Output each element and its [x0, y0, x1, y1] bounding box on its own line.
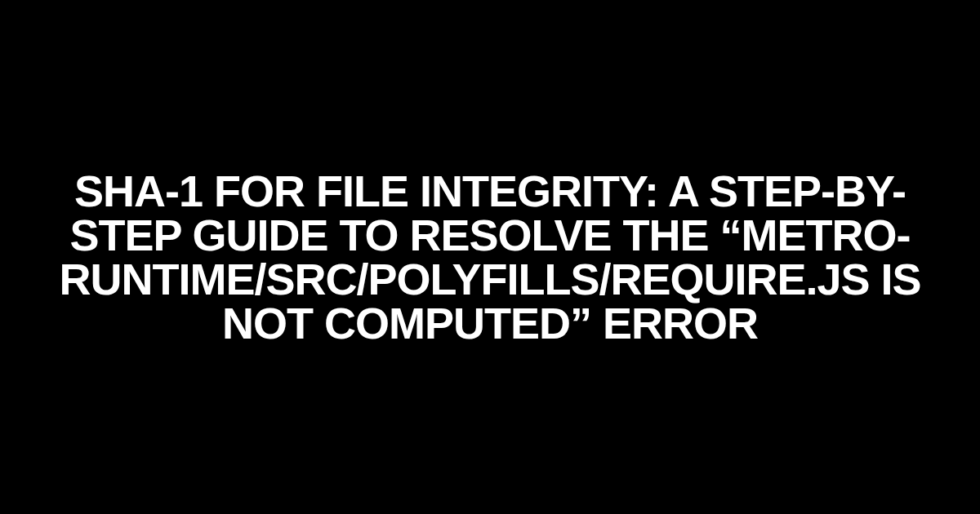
article-title: SHA-1 for File Integrity: A Step-by-Step…	[0, 169, 980, 345]
